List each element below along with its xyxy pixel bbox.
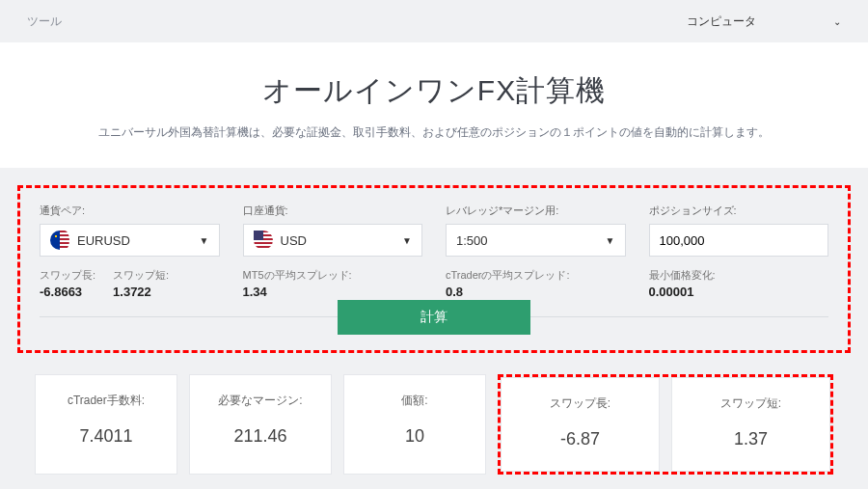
leverage-value: 1:500: [456, 233, 488, 248]
result-swap-long-label: スワップ長:: [509, 395, 651, 412]
position-size-input[interactable]: [660, 233, 819, 248]
mt5-spread-label: MT5の平均スプレッド:: [243, 268, 352, 283]
result-swap-long-value: -6.87: [509, 429, 651, 449]
results-row: cTrader手数料: 7.4011 必要なマージン: 211.46 価額: 1…: [17, 353, 851, 475]
eurusd-flag-icon: [50, 231, 69, 250]
swap-short-value: 1.3722: [113, 285, 169, 299]
account-currency-label: 口座通貨:: [243, 204, 423, 218]
caret-down-icon: ▼: [200, 235, 209, 246]
account-currency-select[interactable]: USD ▼: [243, 224, 423, 257]
result-price: 価額: 10: [343, 374, 486, 475]
result-price-label: 価額:: [352, 393, 477, 409]
top-dropdown[interactable]: コンピュータ ⌄: [687, 14, 841, 30]
pair-label: 通貨ペア:: [40, 204, 220, 218]
usd-flag-icon: [254, 231, 273, 250]
calculate-button[interactable]: 計算: [338, 300, 530, 335]
pair-value: EURUSD: [77, 233, 130, 248]
highlight-box-swaps: スワップ長: -6.87 スワップ短: 1.37: [498, 374, 833, 475]
swap-long-label: スワップ長:: [40, 268, 95, 283]
result-price-value: 10: [352, 426, 477, 447]
result-swap-short-label: スワップ短:: [680, 395, 822, 412]
top-bar: ツール コンピュータ ⌄: [0, 0, 868, 42]
position-size-label: ポジションサイズ:: [649, 204, 829, 218]
top-dropdown-label: コンピュータ: [687, 14, 756, 30]
account-currency-value: USD: [281, 233, 307, 248]
pair-select[interactable]: EURUSD ▼: [40, 224, 220, 257]
breadcrumb-tools[interactable]: ツール: [27, 14, 62, 30]
swap-short-label: スワップ短:: [113, 268, 169, 283]
mt5-spread-value: 1.34: [243, 285, 352, 299]
result-margin-value: 211.46: [198, 426, 323, 447]
min-change-label: 最小価格変化:: [649, 268, 716, 283]
ctrader-spread-value: 0.8: [446, 285, 570, 299]
hero: オールインワンFX計算機 ユニバーサル外国為替計算機は、必要な証拠金、取引手数料…: [0, 42, 868, 168]
result-margin-label: 必要なマージン:: [198, 393, 323, 409]
caret-down-icon: ▼: [606, 235, 615, 246]
calculator-section: 通貨ペア: EURUSD ▼ スワップ長: -6.8663 スワップ短: 1.3…: [0, 168, 868, 489]
ctrader-spread-label: cTraderの平均スプレッド:: [446, 268, 570, 283]
result-swap-short: スワップ短: 1.37: [671, 377, 830, 472]
min-change-value: 0.00001: [649, 285, 716, 299]
caret-down-icon: ▼: [402, 235, 412, 246]
page-title: オールインワンFX計算機: [19, 71, 849, 111]
highlight-box-inputs: 通貨ペア: EURUSD ▼ スワップ長: -6.8663 スワップ短: 1.3…: [17, 185, 851, 353]
result-swap-short-value: 1.37: [680, 429, 822, 449]
result-swap-long: スワップ長: -6.87: [501, 377, 660, 472]
position-size-input-wrap: [649, 224, 829, 257]
leverage-select[interactable]: 1:500 ▼: [446, 224, 626, 257]
chevron-down-icon: ⌄: [833, 16, 841, 27]
result-commission-label: cTrader手数料:: [43, 393, 169, 409]
page-subtitle: ユニバーサル外国為替計算機は、必要な証拠金、取引手数料、および任意のポジションの…: [19, 124, 849, 141]
result-commission: cTrader手数料: 7.4011: [35, 374, 177, 475]
result-commission-value: 7.4011: [43, 426, 169, 447]
leverage-label: レバレッジ*マージン用:: [446, 204, 626, 218]
swap-long-value: -6.8663: [40, 285, 95, 299]
result-margin: 必要なマージン: 211.46: [189, 374, 332, 475]
